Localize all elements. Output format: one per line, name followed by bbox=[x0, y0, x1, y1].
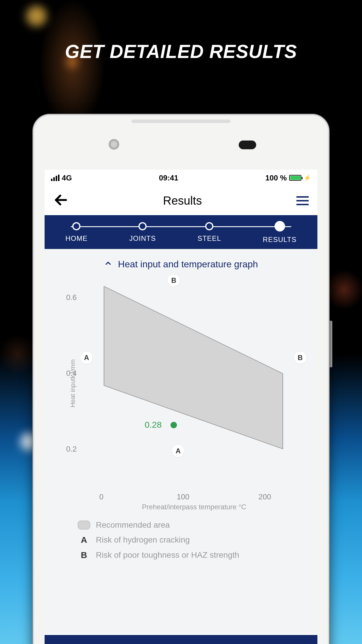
status-right: 100 % ⚡ bbox=[265, 173, 311, 183]
chart: Heat inputkJ/mm 0.6 0.4 0.2 0.28 B A B A bbox=[52, 278, 310, 488]
phone-camera bbox=[109, 139, 119, 150]
step-dot-icon bbox=[72, 222, 80, 230]
bottom-bar: SHARE SAVE CLOSE bbox=[45, 635, 317, 644]
legend-risk-a: A Risk of hydrogen cracking bbox=[78, 535, 313, 545]
menu-button[interactable] bbox=[296, 196, 309, 205]
chart-plot-region: 0.28 B A B A bbox=[87, 278, 305, 477]
step-label: RESULTS bbox=[263, 236, 297, 244]
section-title: Heat input and temperature graph bbox=[118, 259, 258, 270]
step-label: JOINTS bbox=[129, 234, 156, 243]
status-bar: 4G 09:41 100 % ⚡ bbox=[45, 170, 317, 186]
step-dot-icon bbox=[275, 221, 285, 231]
legend-letter: A bbox=[78, 535, 90, 545]
legend-label: Risk of poor toughness or HAZ strength bbox=[96, 550, 239, 560]
chart-data-label: 0.28 bbox=[145, 420, 161, 430]
status-left: 4G bbox=[51, 173, 72, 183]
nav-header: Results bbox=[45, 186, 317, 215]
step-dot-icon bbox=[205, 222, 213, 230]
ytick: 0.6 bbox=[66, 293, 77, 302]
promo-heading: GET DETAILED RESULTS bbox=[65, 41, 297, 62]
chart-polygon bbox=[87, 278, 305, 477]
stepper: HOME JOINTS STEEL RESULTS bbox=[45, 215, 317, 249]
legend-letter: B bbox=[78, 550, 90, 560]
chart-corner-label: A bbox=[172, 445, 184, 457]
legend-recommended: Recommended area bbox=[78, 520, 313, 530]
status-time: 09:41 bbox=[159, 173, 178, 183]
ytick: 0.2 bbox=[66, 445, 77, 454]
legend-label: Risk of hydrogen cracking bbox=[96, 535, 190, 545]
legend-label: Recommended area bbox=[96, 520, 170, 530]
phone-frame: 4G 09:41 100 % ⚡ Results HOME bbox=[32, 114, 330, 644]
chart-ylabel: Heat inputkJ/mm bbox=[69, 359, 77, 407]
legend-risk-b: B Risk of poor toughness or HAZ strength bbox=[78, 550, 313, 560]
content: Heat input and temperature graph Heat in… bbox=[45, 249, 317, 634]
network-type: 4G bbox=[62, 173, 72, 183]
nav-title: Results bbox=[163, 194, 202, 207]
xtick: 100 bbox=[177, 492, 189, 501]
chart-xlabel: Preheat/interpass temperature °C bbox=[142, 503, 246, 511]
phone-earpiece bbox=[131, 120, 231, 123]
chart-corner-label: B bbox=[168, 274, 180, 287]
step-label: HOME bbox=[65, 234, 87, 243]
chart-corner-label: B bbox=[294, 352, 306, 364]
step-home[interactable]: HOME bbox=[65, 222, 87, 244]
stepper-line bbox=[71, 226, 291, 227]
step-label: STEEL bbox=[198, 234, 221, 243]
ytick: 0.4 bbox=[66, 369, 77, 378]
chart-corner-label: A bbox=[80, 352, 93, 364]
battery-percentage: 100 % bbox=[265, 173, 287, 183]
xtick: 0 bbox=[99, 492, 103, 501]
step-steel[interactable]: STEEL bbox=[198, 222, 221, 244]
back-button[interactable] bbox=[53, 192, 68, 209]
step-joints[interactable]: JOINTS bbox=[129, 222, 156, 244]
xtick: 200 bbox=[259, 492, 271, 501]
phone-screen: 4G 09:41 100 % ⚡ Results HOME bbox=[45, 170, 317, 644]
legend-swatch-icon bbox=[78, 521, 90, 529]
chevron-up-icon bbox=[104, 259, 112, 270]
step-results[interactable]: RESULTS bbox=[263, 222, 297, 244]
step-dot-icon bbox=[138, 222, 147, 230]
charging-icon: ⚡ bbox=[304, 174, 311, 181]
phone-sensor bbox=[239, 141, 256, 149]
svg-marker-1 bbox=[104, 286, 283, 449]
decorative-glow bbox=[26, 6, 47, 26]
chart-legend: Recommended area A Risk of hydrogen crac… bbox=[78, 520, 313, 560]
chart-xaxis: 0 100 200 Preheat/interpass temperature … bbox=[84, 488, 305, 512]
signal-icon bbox=[51, 175, 59, 181]
battery-icon bbox=[289, 175, 301, 181]
menu-icon bbox=[296, 196, 309, 198]
section-header[interactable]: Heat input and temperature graph bbox=[49, 249, 313, 276]
arrow-left-icon bbox=[53, 192, 68, 208]
